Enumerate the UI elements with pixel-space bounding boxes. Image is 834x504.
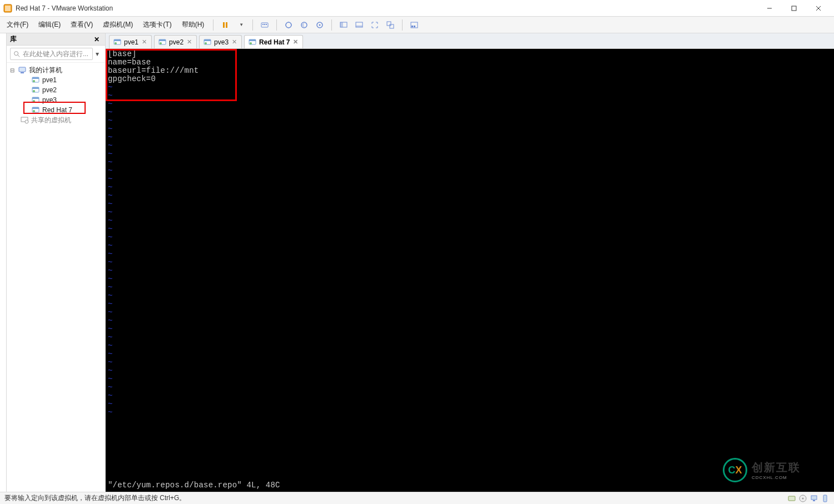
svg-rect-59 bbox=[813, 500, 815, 501]
status-disk-icon[interactable] bbox=[787, 494, 796, 503]
vm-tabbar: pve1 ✕ pve2 ✕ pve3 ✕ Red Hat 7 ✕ bbox=[106, 33, 834, 49]
tab-redhat7[interactable]: Red Hat 7 ✕ bbox=[244, 35, 303, 48]
status-cd-icon[interactable] bbox=[798, 494, 807, 503]
vm-icon bbox=[248, 38, 257, 47]
svg-rect-7 bbox=[226, 22, 227, 28]
menu-view[interactable]: 查看(V) bbox=[66, 18, 97, 32]
sidebar-header: 库 ✕ bbox=[7, 33, 105, 46]
vm-icon bbox=[31, 86, 40, 94]
menu-edit[interactable]: 编辑(E) bbox=[34, 18, 65, 32]
thumbnail-bar-icon[interactable] bbox=[407, 18, 421, 32]
tree-label: 我的计算机 bbox=[29, 66, 62, 75]
svg-point-54 bbox=[250, 42, 252, 44]
shared-vm-icon bbox=[20, 116, 29, 124]
svg-rect-50 bbox=[204, 39, 211, 41]
tree-item-pve3[interactable]: pve3 bbox=[7, 95, 105, 105]
fit-guest-icon[interactable] bbox=[336, 18, 351, 32]
svg-point-34 bbox=[33, 90, 35, 92]
tab-pve1[interactable]: pve1 ✕ bbox=[109, 35, 152, 48]
menu-file[interactable]: 文件(F) bbox=[2, 18, 33, 32]
tree-label: pve1 bbox=[42, 76, 57, 84]
status-network-icon[interactable] bbox=[810, 494, 818, 503]
vm-console-terminal[interactable]: [base] name=base baseurl=file:///mnt gpg… bbox=[106, 49, 834, 492]
snapshot-manager-icon[interactable] bbox=[312, 18, 327, 32]
menu-help[interactable]: 帮助(H) bbox=[177, 18, 209, 32]
tree-item-redhat7[interactable]: Red Hat 7 bbox=[7, 105, 105, 115]
vm-icon bbox=[31, 106, 40, 114]
power-dropdown-icon[interactable]: ▼ bbox=[234, 18, 248, 32]
fullscreen-icon[interactable] bbox=[368, 18, 382, 32]
svg-rect-20 bbox=[387, 22, 391, 26]
tab-pve3[interactable]: pve3 ✕ bbox=[199, 35, 242, 48]
tree-shared-vms[interactable]: 共享的虚拟机 bbox=[7, 115, 105, 125]
toolbar-separator bbox=[276, 19, 277, 31]
svg-rect-21 bbox=[390, 24, 394, 28]
library-tree: ⊟ 我的计算机 pve1 pve2 pve3 Red Hat 7 bbox=[7, 63, 105, 127]
svg-rect-24 bbox=[414, 26, 415, 27]
svg-rect-23 bbox=[411, 26, 413, 27]
menu-tabs[interactable]: 选项卡(T) bbox=[138, 18, 176, 32]
window-titlebar: Red Hat 7 - VMware Workstation bbox=[0, 0, 834, 17]
search-dropdown-icon[interactable]: ▾ bbox=[93, 50, 102, 58]
vm-icon bbox=[31, 96, 40, 104]
svg-line-26 bbox=[18, 55, 20, 57]
pause-icon[interactable] bbox=[218, 18, 232, 32]
svg-point-40 bbox=[33, 110, 35, 112]
svg-rect-11 bbox=[266, 24, 267, 25]
tree-label: Red Hat 7 bbox=[42, 106, 72, 114]
svg-point-42 bbox=[25, 120, 28, 123]
menu-vm[interactable]: 虚拟机(M) bbox=[98, 18, 137, 32]
svg-rect-39 bbox=[32, 107, 39, 109]
tab-label: Red Hat 7 bbox=[259, 38, 290, 46]
search-placeholder: 在此处键入内容进行... bbox=[23, 49, 90, 59]
tree-item-pve1[interactable]: pve1 bbox=[7, 75, 105, 85]
console-view-icon[interactable] bbox=[352, 18, 366, 32]
content-area: pve1 ✕ pve2 ✕ pve3 ✕ Red Hat 7 ✕ [base] … bbox=[106, 33, 834, 492]
close-button[interactable] bbox=[806, 0, 831, 16]
status-usb-icon[interactable] bbox=[821, 494, 830, 503]
svg-rect-55 bbox=[788, 496, 795, 501]
watermark-logo: CX 创新互联 CDCXHL.COM bbox=[723, 456, 828, 484]
menubar: 文件(F) 编辑(E) 查看(V) 虚拟机(M) 选项卡(T) 帮助(H) ▼ bbox=[0, 17, 834, 33]
svg-point-13 bbox=[301, 22, 307, 28]
tab-close-icon[interactable]: ✕ bbox=[186, 38, 193, 46]
left-dock-strip bbox=[0, 33, 7, 492]
tab-close-icon[interactable]: ✕ bbox=[141, 38, 148, 46]
tree-root-my-computer[interactable]: ⊟ 我的计算机 bbox=[7, 65, 105, 75]
toolbar-separator bbox=[331, 19, 332, 31]
svg-point-12 bbox=[286, 22, 291, 28]
tree-item-pve2[interactable]: pve2 bbox=[7, 85, 105, 95]
svg-point-25 bbox=[14, 52, 18, 56]
minimize-button[interactable] bbox=[757, 0, 782, 16]
svg-point-45 bbox=[115, 42, 117, 44]
statusbar: 要将输入定向到该虚拟机，请在虚拟机内部单击或按 Ctrl+G。 bbox=[0, 492, 834, 504]
svg-rect-60 bbox=[823, 495, 827, 502]
svg-point-51 bbox=[205, 42, 207, 44]
tab-close-icon[interactable]: ✕ bbox=[231, 38, 238, 46]
tab-close-icon[interactable]: ✕ bbox=[292, 38, 299, 46]
send-keys-icon[interactable] bbox=[257, 18, 272, 32]
svg-rect-53 bbox=[249, 39, 256, 41]
tab-label: pve1 bbox=[124, 38, 138, 46]
tree-label: pve2 bbox=[42, 86, 57, 94]
snapshot-take-icon[interactable] bbox=[281, 18, 296, 32]
sidebar-close-icon[interactable]: ✕ bbox=[92, 36, 102, 43]
svg-rect-3 bbox=[792, 6, 796, 11]
library-sidebar: 库 ✕ 在此处键入内容进行... ▾ ⊟ 我的计算机 pve1 pve2 bbox=[7, 33, 106, 492]
expand-toggle-icon[interactable]: ⊟ bbox=[9, 67, 16, 73]
tree-label: pve3 bbox=[42, 96, 57, 104]
unity-icon[interactable] bbox=[383, 18, 398, 32]
tab-label: pve2 bbox=[169, 38, 183, 46]
maximize-button[interactable] bbox=[782, 0, 806, 16]
svg-rect-18 bbox=[356, 22, 363, 27]
svg-rect-10 bbox=[264, 24, 265, 25]
toolbar-separator bbox=[213, 19, 214, 31]
vm-icon bbox=[31, 76, 40, 84]
snapshot-revert-icon[interactable] bbox=[297, 18, 311, 32]
svg-rect-44 bbox=[114, 39, 121, 41]
tab-pve2[interactable]: pve2 ✕ bbox=[154, 35, 197, 48]
toolbar-separator bbox=[402, 19, 403, 31]
statusbar-text: 要将输入定向到该虚拟机，请在虚拟机内部单击或按 Ctrl+G。 bbox=[4, 493, 186, 503]
search-input[interactable]: 在此处键入内容进行... bbox=[10, 48, 93, 60]
watermark-sub: CDCXHL.COM bbox=[752, 475, 801, 480]
